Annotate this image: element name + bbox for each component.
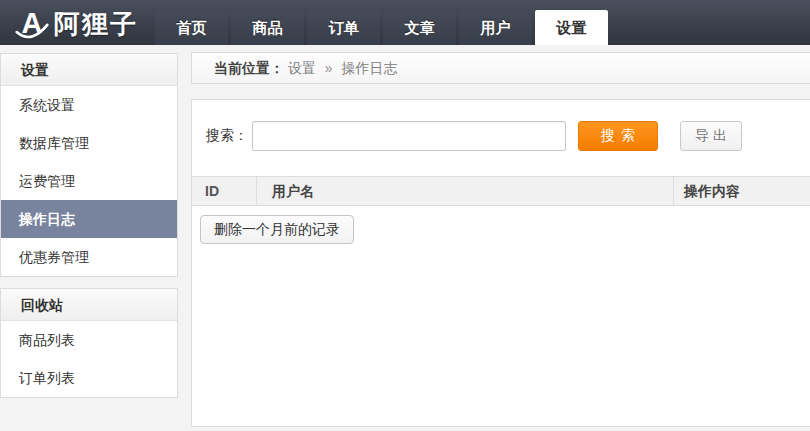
breadcrumb-section-settings[interactable]: 设置 [288,60,316,76]
sidebar-item-system-settings[interactable]: 系统设置 [1,86,177,124]
brand-name: 阿狸子 [54,7,138,42]
nav-tab-users[interactable]: 用户 [459,10,532,45]
nav-tab-articles[interactable]: 文章 [383,10,456,45]
main-panel: 搜索： 搜索 导出 ID 用户名 操作内容 删除一个月前的记录 [191,99,810,427]
search-button[interactable]: 搜索 [578,121,658,151]
search-bar: 搜索： 搜索 导出 [192,100,810,159]
nav-tab-home[interactable]: 首页 [155,10,228,45]
sidebar-item-shipping-management[interactable]: 运费管理 [1,162,177,200]
top-navbar: A 阿狸子 首页 商品 订单 文章 用户 设置 [0,0,810,45]
breadcrumb-prefix: 当前位置： [214,60,284,76]
breadcrumb: 当前位置： 设置 » 操作日志 [191,52,810,84]
sidebar-group-settings: 设置 系统设置 数据库管理 运费管理 操作日志 优惠券管理 [0,53,178,277]
column-header-action: 操作内容 [673,177,810,205]
sidebar-group-settings-title: 设置 [1,54,177,86]
search-input[interactable] [252,121,566,151]
breadcrumb-separator: » [325,60,333,76]
brand-logo[interactable]: A 阿狸子 [14,4,138,44]
sidebar: 设置 系统设置 数据库管理 运费管理 操作日志 优惠券管理 回收站 商品列表 订… [0,53,178,409]
sidebar-group-recycle-bin-title: 回收站 [1,289,177,321]
column-header-username: 用户名 [256,177,673,205]
delete-old-records-button[interactable]: 删除一个月前的记录 [200,215,354,244]
log-table-header: ID 用户名 操作内容 [192,176,810,206]
brand-logo-icon: A [14,6,50,42]
nav-tab-settings[interactable]: 设置 [535,10,608,45]
breadcrumb-page-operation-log[interactable]: 操作日志 [341,60,397,76]
export-button[interactable]: 导出 [680,121,742,151]
sidebar-item-product-list[interactable]: 商品列表 [1,321,177,359]
sidebar-item-coupon-management[interactable]: 优惠券管理 [1,238,177,276]
sidebar-item-database-management[interactable]: 数据库管理 [1,124,177,162]
search-label: 搜索： [206,127,248,145]
sidebar-item-operation-log[interactable]: 操作日志 [1,200,177,238]
main-nav: 首页 商品 订单 文章 用户 设置 [155,10,611,45]
nav-tab-orders[interactable]: 订单 [307,10,380,45]
sidebar-group-recycle-bin: 回收站 商品列表 订单列表 [0,288,178,398]
column-header-id: ID [192,177,256,205]
sidebar-item-order-list[interactable]: 订单列表 [1,359,177,397]
nav-tab-products[interactable]: 商品 [231,10,304,45]
